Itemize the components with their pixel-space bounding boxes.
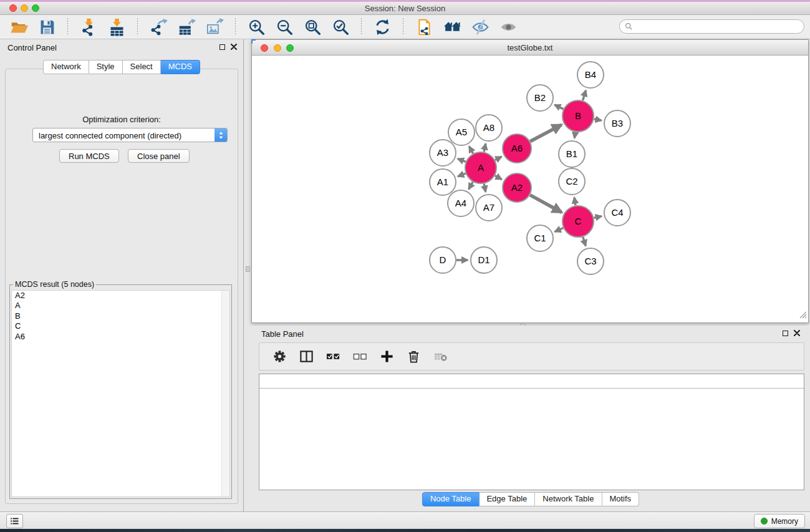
mcds-result-item[interactable]: C [12, 321, 229, 331]
control-panel-header: Control Panel [0, 39, 243, 56]
tab-network-table[interactable]: Network Table [535, 492, 602, 506]
edge-C-C1[interactable] [555, 228, 563, 232]
node-A2[interactable]: A2 [503, 173, 531, 202]
node-A7[interactable]: A7 [476, 195, 502, 221]
node-C1[interactable]: C1 [527, 225, 553, 251]
optimization-criterion-select[interactable]: largest connected component (directed) [32, 128, 228, 142]
svg-text:B1: B1 [566, 148, 577, 159]
control-panel-tabs: NetworkStyleSelectMCDS [43, 60, 200, 74]
edge-A-A7[interactable] [484, 183, 486, 191]
edge-B-B4[interactable] [583, 90, 586, 100]
export-table-button[interactable] [175, 16, 198, 37]
edge-C-C4[interactable] [594, 216, 601, 218]
network-window-titlebar[interactable]: testGlobe.txt [252, 40, 808, 56]
tab-network[interactable]: Network [43, 60, 89, 74]
search-box[interactable] [619, 19, 804, 34]
open-file-button[interactable] [7, 16, 30, 37]
home-button[interactable] [441, 16, 463, 37]
delete-rows-button[interactable] [405, 347, 422, 366]
table-toolbar [259, 342, 804, 370]
add-row-button[interactable] [378, 347, 395, 366]
mcds-result-item[interactable]: A [12, 301, 229, 311]
edge-A6-B[interactable] [530, 125, 561, 142]
save-session-button[interactable] [36, 16, 58, 37]
run-mcds-button[interactable]: Run MCDS [59, 149, 119, 163]
zoom-out-button[interactable] [273, 16, 296, 37]
result-list-scrollbar[interactable] [221, 291, 229, 496]
edge-B-B2[interactable] [554, 105, 563, 109]
close-panel-icon[interactable] [231, 44, 237, 50]
edge-B-B3[interactable] [594, 119, 602, 120]
float-panel-icon[interactable] [219, 44, 225, 50]
node-B[interactable]: B [562, 100, 594, 132]
search-input[interactable] [635, 22, 804, 32]
node-C[interactable]: C [562, 206, 594, 237]
svg-text:A3: A3 [437, 147, 448, 158]
edge-A-A3[interactable] [458, 159, 466, 162]
export-image-button[interactable] [203, 16, 226, 37]
edge-A-A8[interactable] [484, 143, 486, 152]
tab-node-table[interactable]: Node Table [422, 492, 480, 506]
edge-C-C2[interactable] [574, 198, 576, 206]
node-C4[interactable]: C4 [604, 200, 630, 226]
apply-preferred-layout-button[interactable] [371, 16, 393, 37]
show-columns-button[interactable] [297, 347, 315, 366]
task-list-icon [9, 516, 20, 526]
edge-A-A5[interactable] [469, 147, 473, 153]
tab-select[interactable]: Select [123, 60, 161, 74]
tab-style[interactable]: Style [89, 60, 123, 74]
window-resize-grip[interactable] [798, 310, 807, 321]
memory-button[interactable]: Memory [754, 514, 805, 528]
node-C3[interactable]: C3 [577, 248, 604, 274]
show-network-file-button[interactable] [413, 16, 435, 37]
network-canvas[interactable]: B4B2BB3B1A5A8A6A3AA1C2A4A7A2C4CC1C3DD1 [252, 56, 808, 322]
table-float-panel-icon[interactable] [783, 331, 788, 336]
export-table-icon [178, 18, 196, 36]
node-A1[interactable]: A1 [430, 169, 456, 195]
table-settings-button[interactable] [271, 347, 288, 366]
node-B2[interactable]: B2 [527, 85, 553, 111]
zoom-fit-content-button[interactable] [301, 16, 324, 37]
node-B3[interactable]: B3 [604, 110, 630, 137]
node-D[interactable]: D [430, 247, 456, 273]
zoom-selected-button[interactable] [329, 16, 352, 37]
node-C2[interactable]: C2 [559, 168, 585, 195]
deselect-all-button[interactable] [351, 347, 369, 366]
tab-edge-table[interactable]: Edge Table [479, 492, 535, 506]
edge-A-A1[interactable] [458, 173, 465, 177]
zoom-out-icon [276, 18, 294, 36]
node-A[interactable]: A [465, 152, 496, 183]
node-A6[interactable]: A6 [503, 134, 531, 163]
node-A4[interactable]: A4 [448, 190, 474, 216]
edge-C-C3[interactable] [583, 237, 586, 246]
node-B1[interactable]: B1 [559, 141, 585, 167]
tab-mcds[interactable]: MCDS [161, 60, 200, 74]
mcds-result-item[interactable]: A6 [12, 332, 229, 342]
split-divider-handle-vertical[interactable] [246, 266, 250, 272]
import-table-button[interactable] [105, 16, 128, 37]
close-panel-button[interactable]: Close panel [128, 149, 190, 163]
node-A5[interactable]: A5 [448, 119, 475, 145]
edge-A2-C[interactable] [530, 195, 562, 213]
node-A3[interactable]: A3 [430, 140, 456, 166]
node-B4[interactable]: B4 [577, 62, 604, 88]
mcds-result-item[interactable]: B [12, 311, 229, 321]
table-close-panel-icon[interactable] [794, 330, 800, 336]
tab-motifs[interactable]: Motifs [602, 492, 639, 506]
node-A8[interactable]: A8 [476, 115, 502, 141]
edge-A-A4[interactable] [469, 182, 473, 190]
hide-graphics-details-button[interactable] [469, 16, 491, 37]
node-D1[interactable]: D1 [471, 247, 497, 273]
zoom-in-button[interactable] [245, 16, 268, 37]
import-network-button[interactable] [77, 16, 100, 37]
edge-B-B1[interactable] [574, 132, 576, 138]
edge-A-A6[interactable] [495, 157, 501, 160]
mcds-result-item[interactable]: A2 [12, 291, 229, 301]
export-network-button[interactable] [147, 16, 170, 37]
edge-A-A2[interactable] [495, 176, 502, 180]
task-history-button[interactable] [6, 514, 23, 528]
svg-text:C: C [575, 216, 582, 226]
mcds-result-list[interactable]: A2ABCA6 [11, 290, 230, 497]
select-all-button[interactable] [324, 347, 342, 366]
status-bar: Memory [0, 511, 810, 529]
